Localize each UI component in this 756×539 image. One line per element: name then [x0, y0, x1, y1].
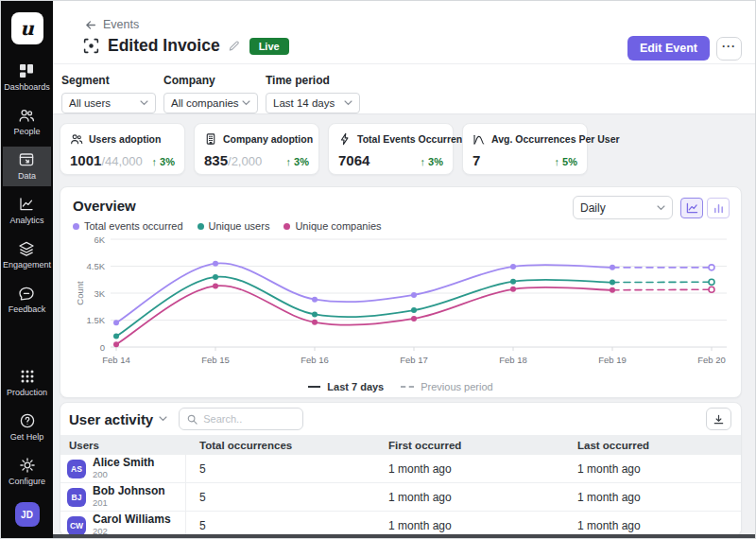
stat-total: /44,000 — [101, 154, 142, 168]
company-select[interactable]: All companies — [163, 93, 258, 113]
table-row[interactable]: CWCarol Williams20251 month ago1 month a… — [60, 512, 741, 536]
stat-change: ↑ 3% — [152, 156, 175, 167]
stat-value: 1001 — [70, 152, 101, 168]
svg-text:Count: Count — [75, 281, 85, 305]
svg-text:4.5K: 4.5K — [86, 261, 105, 271]
stat-label: Total Events Occurrence — [357, 133, 473, 145]
breadcrumb[interactable]: Events — [84, 18, 139, 31]
overview-card: Overview Total events occurredUnique use… — [60, 186, 742, 398]
stat-value-row: 7064↑ 3% — [338, 152, 443, 168]
cell-first-occurred: 1 month ago — [375, 462, 564, 476]
sidebar-item-label: Engagement — [3, 260, 51, 270]
dashed-line-sample — [401, 386, 414, 388]
chevron-down-icon — [242, 100, 250, 106]
sidebar-nav-bottom: ProductionGet HelpConfigure — [7, 363, 47, 496]
overview-chart: 01.5K3K4.5K6KCountFeb 14Feb 15Feb 16Feb … — [73, 234, 729, 379]
legend-previous-period: Previous period — [401, 381, 492, 392]
stat-value-row: 1001/44,000↑ 3% — [70, 152, 175, 168]
table-row[interactable]: ASAlice Smith20051 month ago1 month ago — [60, 455, 741, 483]
series-legend: Total events occurredUnique usersUnique … — [73, 220, 729, 232]
people-icon — [18, 107, 35, 124]
sidebar-item-analytics[interactable]: Analytics — [3, 191, 51, 231]
time-period-select[interactable]: Last 14 days — [266, 93, 360, 113]
sidebar-item-feedback[interactable]: Feedback — [3, 280, 51, 320]
table-row[interactable]: BJBob Johnson20151 month ago1 month ago — [60, 483, 741, 512]
event-icon — [82, 37, 100, 55]
sidebar-nav: DashboardsPeopleDataAnalyticsEngagementF… — [3, 58, 51, 324]
sidebar-item-label: Feedback — [9, 304, 46, 314]
segment-select[interactable]: All users — [61, 93, 156, 113]
stat-card-head: Avg. Occurrences Per User — [472, 132, 577, 146]
user-activity-header: User activity — [60, 403, 741, 435]
svg-text:Feb 14: Feb 14 — [102, 355, 130, 365]
page-title: Edited Invoice — [108, 36, 220, 56]
stat-card-head: Total Events Occurrence — [338, 132, 443, 146]
legend-dot — [284, 223, 290, 230]
legend-label: Unique companies — [295, 220, 381, 232]
svg-text:Feb 19: Feb 19 — [598, 355, 627, 365]
filter-label: Time period — [266, 74, 360, 87]
analytics-icon — [18, 196, 35, 213]
stat-card-head: Company adoption — [204, 132, 309, 146]
column-header-total-occurrences: Total occurrences — [186, 440, 375, 451]
legend-current-label: Last 7 days — [327, 381, 384, 392]
stat-label: Company adoption — [223, 133, 313, 145]
stat-card-company-adoption: Company adoption835/2,000↑ 3% — [194, 123, 319, 175]
solid-line-sample — [308, 386, 320, 388]
user-avatar[interactable]: JD — [15, 502, 40, 527]
production-icon — [19, 368, 36, 385]
user-name-block: Carol Williams202 — [93, 513, 171, 536]
help-icon — [19, 412, 36, 429]
stat-value: 7064 — [338, 152, 369, 168]
app-logo[interactable]: u — [11, 12, 43, 44]
header-actions: Edit Event ··· — [627, 36, 742, 61]
sidebar-item-engagement[interactable]: Engagement — [3, 235, 51, 275]
select-value: All companies — [171, 97, 239, 109]
chevron-down-icon — [159, 416, 167, 422]
more-options-button[interactable]: ··· — [716, 37, 742, 61]
stat-change-pct: 3% — [294, 156, 309, 167]
svg-text:Feb 16: Feb 16 — [301, 355, 329, 365]
user-activity-title[interactable]: User activity — [69, 411, 167, 427]
user-cell: BJBob Johnson201 — [60, 483, 186, 511]
stat-card-avg-occurrences-per-user: Avg. Occurrences Per User7↑ 5% — [462, 123, 588, 175]
granularity-select[interactable]: Daily — [573, 196, 673, 219]
user-id: 200 — [93, 470, 154, 480]
edit-title-pencil-icon[interactable] — [228, 40, 240, 52]
legend-current-period: Last 7 days — [308, 381, 384, 392]
user-activity-title-label: User activity — [69, 411, 153, 427]
stat-label: Avg. Occurrences Per User — [491, 133, 620, 145]
configure-icon — [19, 457, 36, 474]
search-input[interactable] — [203, 413, 295, 425]
legend-label: Total events occurred — [84, 220, 183, 232]
sidebar-item-configure[interactable]: Configure — [7, 452, 47, 492]
cell-total-occurrences: 5 — [186, 519, 375, 532]
period-legend: Last 7 days Previous period — [73, 381, 729, 392]
edit-event-button[interactable]: Edit Event — [627, 36, 710, 61]
legend-dot — [198, 223, 204, 230]
select-value: All users — [69, 97, 111, 109]
column-header-users: Users — [60, 440, 186, 451]
bar-chart-toggle[interactable] — [707, 198, 730, 218]
sidebar-item-label: Data — [18, 171, 36, 181]
cell-first-occurred: 1 month ago — [375, 519, 564, 532]
sidebar-item-people[interactable]: People — [3, 102, 51, 142]
svg-text:Feb 18: Feb 18 — [499, 355, 527, 365]
sidebar-item-production[interactable]: Production — [7, 363, 47, 403]
up-arrow-icon: ↑ — [286, 156, 292, 167]
cell-last-occurred: 1 month ago — [564, 491, 741, 504]
sidebar-item-dashboards[interactable]: Dashboards — [3, 58, 51, 97]
stat-card-head: Users adoption — [70, 132, 175, 146]
download-button[interactable] — [706, 408, 731, 430]
filter-segment: SegmentAll users — [61, 74, 156, 113]
user-cell: ASAlice Smith200 — [60, 455, 186, 482]
sidebar-item-get-help[interactable]: Get Help — [7, 408, 47, 447]
line-chart-toggle[interactable] — [680, 198, 703, 218]
avatar: CW — [67, 516, 86, 535]
cell-last-occurred: 1 month ago — [564, 462, 741, 476]
avatar: BJ — [67, 488, 86, 507]
stat-change-pct: 5% — [562, 156, 577, 167]
legend-item-unique-companies: Unique companies — [284, 220, 381, 232]
sidebar-item-data[interactable]: Data — [3, 147, 51, 186]
user-name-block: Bob Johnson201 — [93, 485, 165, 509]
